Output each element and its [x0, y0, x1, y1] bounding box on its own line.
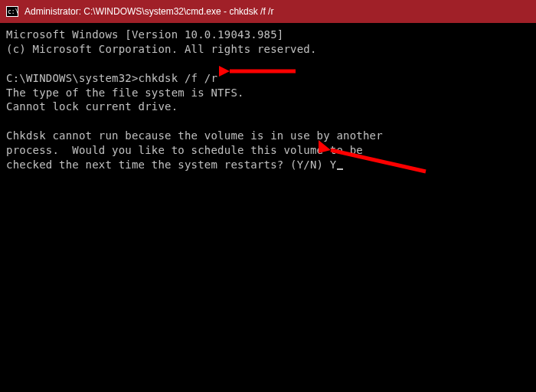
entered-command: chkdsk /f /r — [139, 72, 218, 84]
blank-line — [6, 114, 530, 129]
output-line: The type of the file system is NTFS. — [6, 86, 530, 100]
output-line: Chkdsk cannot run because the volume is … — [6, 129, 530, 143]
yn-prompt-line: checked the next time the system restart… — [6, 158, 530, 172]
text-cursor — [337, 168, 343, 170]
user-response: Y — [330, 158, 337, 171]
cmd-icon: c:\ — [6, 6, 18, 17]
prompt: C:\WINDOWS\system32> — [6, 72, 139, 84]
titlebar[interactable]: c:\ Administrator: C:\WINDOWS\system32\c… — [0, 0, 536, 23]
prompt-line: C:\WINDOWS\system32>chkdsk /f /r — [6, 71, 530, 86]
blank-line — [6, 57, 530, 71]
yn-prompt-text: checked the next time the system restart… — [6, 158, 330, 171]
copyright-line: (c) Microsoft Corporation. All rights re… — [6, 42, 530, 57]
output-line: Cannot lock current drive. — [6, 100, 530, 114]
version-line: Microsoft Windows [Version 10.0.19043.98… — [6, 28, 530, 42]
output-line: process. Would you like to schedule this… — [6, 143, 530, 158]
terminal-body[interactable]: Microsoft Windows [Version 10.0.19043.98… — [0, 23, 536, 392]
window-title: Administrator: C:\WINDOWS\system32\cmd.e… — [25, 6, 273, 17]
